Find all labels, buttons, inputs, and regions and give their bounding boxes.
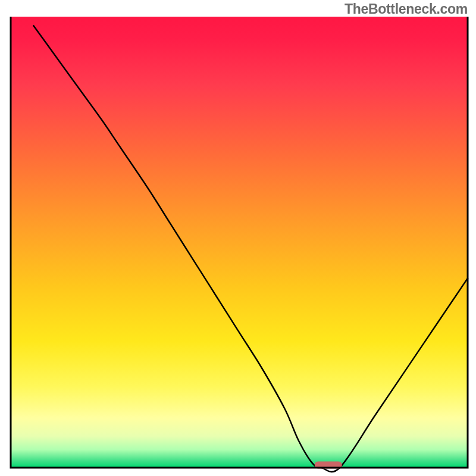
chart-container: { "watermark": "TheBottleneck.com", "cha… bbox=[0, 0, 476, 476]
watermark-text: TheBottleneck.com bbox=[345, 1, 468, 17]
bottleneck-chart bbox=[0, 0, 476, 476]
gradient-background bbox=[11, 17, 468, 468]
